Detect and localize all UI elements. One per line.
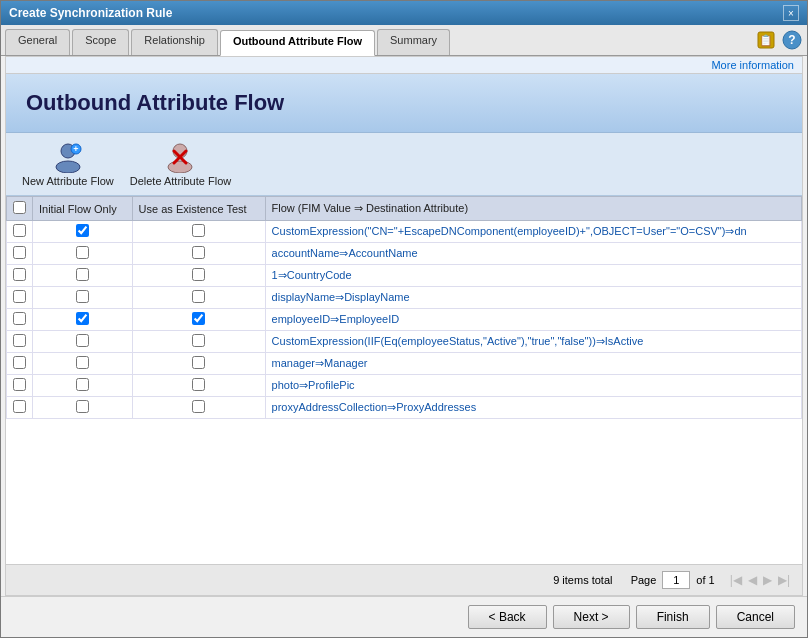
delete-attribute-flow-button[interactable]: Delete Attribute Flow [130,141,232,187]
existence-test-checkbox[interactable] [192,378,205,391]
flow-value: proxyAddressCollection⇒ProxyAddresses [265,397,801,419]
new-flow-label: New Attribute Flow [22,175,114,187]
table-row: 1⇒CountryCode [7,265,802,287]
flow-value: CustomExpression(IIF(Eq(employeeStatus,"… [265,331,801,353]
table-row: CustomExpression(IIF(Eq(employeeStatus,"… [7,331,802,353]
initial-flow-checkbox[interactable] [76,268,89,281]
page-number-input[interactable] [662,571,690,589]
cancel-button[interactable]: Cancel [716,605,795,629]
initial-flow-checkbox[interactable] [76,246,89,259]
tab-general[interactable]: General [5,29,70,55]
tabs-right: 📋 ? [755,29,803,55]
question-icon-btn[interactable]: ? [781,29,803,51]
existence-test-checkbox[interactable] [192,312,205,325]
flow-value: manager⇒Manager [265,353,801,375]
col-header-flow: Flow (FIM Value ⇒ Destination Attribute) [265,197,801,221]
finish-button[interactable]: Finish [636,605,710,629]
row-select-checkbox[interactable] [13,356,26,369]
new-attribute-flow-button[interactable]: + New Attribute Flow [22,141,114,187]
table-row: CustomExpression("CN="+EscapeDNComponent… [7,221,802,243]
page-label: Page [631,574,657,586]
first-page-button[interactable]: |◀ [730,573,742,587]
title-bar: Create Synchronization Rule × [1,1,807,25]
items-total: 9 items total [553,574,612,586]
dialog: Create Synchronization Rule × General Sc… [0,0,808,638]
delete-flow-label: Delete Attribute Flow [130,175,232,187]
existence-test-checkbox[interactable] [192,334,205,347]
svg-text:📋: 📋 [759,33,773,47]
initial-flow-checkbox[interactable] [76,400,89,413]
row-select-checkbox[interactable] [13,290,26,303]
row-select-checkbox[interactable] [13,334,26,347]
row-select-checkbox[interactable] [13,400,26,413]
existence-test-checkbox[interactable] [192,400,205,413]
initial-flow-checkbox[interactable] [76,356,89,369]
table-row: proxyAddressCollection⇒ProxyAddresses [7,397,802,419]
address-book-icon: 📋 [756,30,776,50]
row-select-checkbox[interactable] [13,268,26,281]
existence-test-checkbox[interactable] [192,356,205,369]
last-page-button[interactable]: ▶| [778,573,790,587]
table-row: photo⇒ProfilePic [7,375,802,397]
toolbar: + New Attribute Flow Delete Attribute Fl… [6,133,802,196]
prev-page-button[interactable]: ◀ [748,573,757,587]
of-label: of 1 [696,574,714,586]
flow-value: CustomExpression("CN="+EscapeDNComponent… [265,221,801,243]
flow-value: employeeID⇒EmployeeID [265,309,801,331]
table-row: accountName⇒AccountName [7,243,802,265]
select-all-checkbox[interactable] [13,201,26,214]
table-body: CustomExpression("CN="+EscapeDNComponent… [7,221,802,419]
table-header-row: Initial Flow Only Use as Existence Test … [7,197,802,221]
flow-value: displayName⇒DisplayName [265,287,801,309]
pagination-bar: 9 items total Page of 1 |◀ ◀ ▶ ▶| [6,564,802,595]
dialog-title: Create Synchronization Rule [9,6,172,20]
svg-text:+: + [73,144,78,154]
table-row: manager⇒Manager [7,353,802,375]
flow-value: 1⇒CountryCode [265,265,801,287]
row-select-checkbox[interactable] [13,224,26,237]
row-select-checkbox[interactable] [13,378,26,391]
next-page-button[interactable]: ▶ [763,573,772,587]
tabs-left: General Scope Relationship Outbound Attr… [5,29,452,55]
table-row: employeeID⇒EmployeeID [7,309,802,331]
svg-text:?: ? [788,33,795,47]
col-header-existence-test: Use as Existence Test [132,197,265,221]
existence-test-checkbox[interactable] [192,268,205,281]
table-container: Initial Flow Only Use as Existence Test … [6,196,802,564]
tab-scope[interactable]: Scope [72,29,129,55]
initial-flow-checkbox[interactable] [76,290,89,303]
existence-test-checkbox[interactable] [192,290,205,303]
attribute-flow-table: Initial Flow Only Use as Existence Test … [6,196,802,419]
new-flow-icon: + [52,141,84,173]
help-icon-btn[interactable]: 📋 [755,29,777,51]
flow-value: photo⇒ProfilePic [265,375,801,397]
existence-test-checkbox[interactable] [192,224,205,237]
table-row: displayName⇒DisplayName [7,287,802,309]
svg-point-9 [168,161,192,173]
tab-relationship[interactable]: Relationship [131,29,218,55]
tab-summary[interactable]: Summary [377,29,450,55]
page-title: Outbound Attribute Flow [26,90,782,116]
page-header: Outbound Attribute Flow [6,74,802,133]
question-icon: ? [782,30,802,50]
tabs-row: General Scope Relationship Outbound Attr… [1,25,807,56]
next-button[interactable]: Next > [553,605,630,629]
flow-value: accountName⇒AccountName [265,243,801,265]
existence-test-checkbox[interactable] [192,246,205,259]
back-button[interactable]: < Back [468,605,547,629]
content-area: More information Outbound Attribute Flow… [5,56,803,596]
tab-outbound-attr-flow[interactable]: Outbound Attribute Flow [220,30,375,56]
delete-flow-icon [164,141,196,173]
initial-flow-checkbox[interactable] [76,334,89,347]
row-select-checkbox[interactable] [13,312,26,325]
svg-point-5 [56,161,80,173]
initial-flow-checkbox[interactable] [76,224,89,237]
more-info-link[interactable]: More information [6,57,802,74]
close-button[interactable]: × [783,5,799,21]
footer-bar: < Back Next > Finish Cancel [1,596,807,637]
initial-flow-checkbox[interactable] [76,312,89,325]
row-select-checkbox[interactable] [13,246,26,259]
initial-flow-checkbox[interactable] [76,378,89,391]
col-header-select [7,197,33,221]
col-header-initial-flow: Initial Flow Only [33,197,133,221]
